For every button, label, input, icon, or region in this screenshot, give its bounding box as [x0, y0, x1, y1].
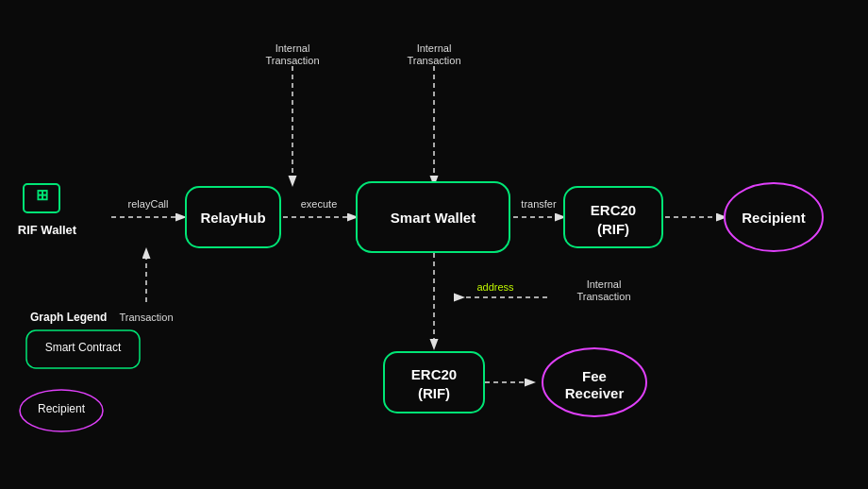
- erc20-top-label2: (RIF): [597, 221, 629, 237]
- fee-receiver-label2: Receiver: [565, 385, 625, 401]
- node-erc20-rif-top: ERC20 (RIF): [564, 187, 662, 247]
- node-erc20-rif-bottom: ERC20 (RIF): [384, 352, 484, 413]
- edge-label-relay-call: relayCall: [128, 198, 169, 210]
- node-relay-hub: RelayHub: [186, 187, 280, 247]
- fee-receiver-label1: Fee: [582, 368, 607, 384]
- svg-rect-6: [384, 352, 484, 413]
- erc20-top-label1: ERC20: [591, 202, 636, 218]
- erc20-bot-label2: (RIF): [418, 385, 450, 401]
- node-smart-wallet: Smart Wallet: [357, 182, 509, 252]
- label-internal-tx-2a: Internal: [417, 42, 452, 54]
- recipient-top-label: Recipient: [742, 210, 806, 226]
- label-internal-tx-1b: Transaction: [265, 55, 319, 66]
- legend-smart-contract: Smart Contract: [45, 341, 122, 354]
- erc20-bot-label1: ERC20: [411, 366, 457, 382]
- graph-legend: Graph Legend Smart Contract Recipient: [20, 311, 140, 431]
- node-recipient-top: Recipient: [725, 183, 823, 251]
- edge-label-execute: execute: [301, 198, 338, 210]
- label-internal-tx-3b: Transaction: [576, 291, 630, 302]
- label-address: address: [476, 281, 514, 293]
- label-internal-tx-3a: Internal: [587, 278, 622, 290]
- legend-title: Graph Legend: [30, 311, 107, 324]
- svg-text:⊞: ⊞: [36, 187, 48, 203]
- label-transaction: Transaction: [119, 312, 173, 323]
- legend-recipient: Recipient: [38, 402, 86, 415]
- rif-wallet-label: RIF Wallet: [18, 223, 77, 237]
- smart-wallet-label: Smart Wallet: [391, 210, 476, 226]
- relay-hub-label: RelayHub: [200, 210, 265, 226]
- edge-label-transfer: transfer: [521, 198, 557, 210]
- label-internal-tx-1a: Internal: [275, 42, 310, 54]
- node-fee-receiver: Fee Receiver: [542, 348, 646, 416]
- flow-diagram: relayCall execute transfer Transaction I…: [0, 0, 868, 489]
- node-rif-wallet: ⊞ RIF Wallet: [18, 184, 77, 237]
- label-internal-tx-2b: Transaction: [407, 55, 460, 66]
- diagram-container: relayCall execute transfer Transaction I…: [0, 0, 868, 489]
